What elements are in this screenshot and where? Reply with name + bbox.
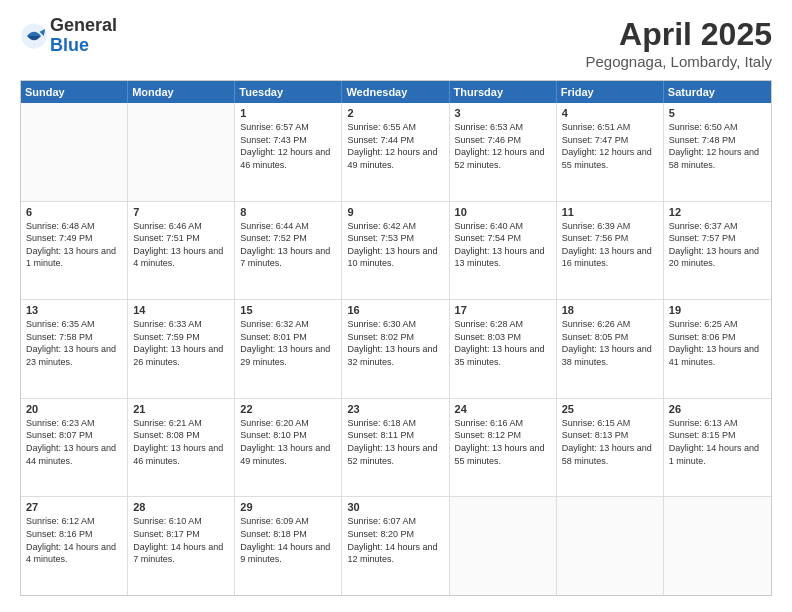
day-detail: Sunrise: 6:57 AM Sunset: 7:43 PM Dayligh… bbox=[240, 121, 336, 171]
day-detail: Sunrise: 6:23 AM Sunset: 8:07 PM Dayligh… bbox=[26, 417, 122, 467]
cal-cell-r5-c4: 30Sunrise: 6:07 AM Sunset: 8:20 PM Dayli… bbox=[342, 497, 449, 595]
header-wednesday: Wednesday bbox=[342, 81, 449, 103]
day-number: 14 bbox=[133, 304, 229, 316]
cal-row-5: 27Sunrise: 6:12 AM Sunset: 8:16 PM Dayli… bbox=[21, 496, 771, 595]
day-number: 30 bbox=[347, 501, 443, 513]
title-location: Pegognaga, Lombardy, Italy bbox=[585, 53, 772, 70]
logo-text: General Blue bbox=[50, 16, 117, 56]
day-number: 23 bbox=[347, 403, 443, 415]
day-number: 25 bbox=[562, 403, 658, 415]
cal-row-1: 1Sunrise: 6:57 AM Sunset: 7:43 PM Daylig… bbox=[21, 103, 771, 201]
cal-cell-r5-c7 bbox=[664, 497, 771, 595]
day-number: 27 bbox=[26, 501, 122, 513]
cal-cell-r3-c1: 13Sunrise: 6:35 AM Sunset: 7:58 PM Dayli… bbox=[21, 300, 128, 398]
header-thursday: Thursday bbox=[450, 81, 557, 103]
day-number: 8 bbox=[240, 206, 336, 218]
day-number: 7 bbox=[133, 206, 229, 218]
header: General Blue April 2025 Pegognaga, Lomba… bbox=[20, 16, 772, 70]
day-detail: Sunrise: 6:48 AM Sunset: 7:49 PM Dayligh… bbox=[26, 220, 122, 270]
cal-cell-r2-c3: 8Sunrise: 6:44 AM Sunset: 7:52 PM Daylig… bbox=[235, 202, 342, 300]
day-detail: Sunrise: 6:37 AM Sunset: 7:57 PM Dayligh… bbox=[669, 220, 766, 270]
day-number: 17 bbox=[455, 304, 551, 316]
calendar: Sunday Monday Tuesday Wednesday Thursday… bbox=[20, 80, 772, 596]
page: General Blue April 2025 Pegognaga, Lomba… bbox=[0, 0, 792, 612]
cal-row-4: 20Sunrise: 6:23 AM Sunset: 8:07 PM Dayli… bbox=[21, 398, 771, 497]
day-number: 1 bbox=[240, 107, 336, 119]
cal-row-3: 13Sunrise: 6:35 AM Sunset: 7:58 PM Dayli… bbox=[21, 299, 771, 398]
cal-row-2: 6Sunrise: 6:48 AM Sunset: 7:49 PM Daylig… bbox=[21, 201, 771, 300]
cal-cell-r5-c1: 27Sunrise: 6:12 AM Sunset: 8:16 PM Dayli… bbox=[21, 497, 128, 595]
cal-cell-r3-c3: 15Sunrise: 6:32 AM Sunset: 8:01 PM Dayli… bbox=[235, 300, 342, 398]
header-monday: Monday bbox=[128, 81, 235, 103]
day-number: 10 bbox=[455, 206, 551, 218]
day-detail: Sunrise: 6:07 AM Sunset: 8:20 PM Dayligh… bbox=[347, 515, 443, 565]
cal-cell-r2-c2: 7Sunrise: 6:46 AM Sunset: 7:51 PM Daylig… bbox=[128, 202, 235, 300]
day-detail: Sunrise: 6:10 AM Sunset: 8:17 PM Dayligh… bbox=[133, 515, 229, 565]
day-number: 4 bbox=[562, 107, 658, 119]
day-number: 6 bbox=[26, 206, 122, 218]
day-number: 13 bbox=[26, 304, 122, 316]
header-saturday: Saturday bbox=[664, 81, 771, 103]
cal-cell-r3-c6: 18Sunrise: 6:26 AM Sunset: 8:05 PM Dayli… bbox=[557, 300, 664, 398]
cal-cell-r2-c5: 10Sunrise: 6:40 AM Sunset: 7:54 PM Dayli… bbox=[450, 202, 557, 300]
cal-cell-r5-c3: 29Sunrise: 6:09 AM Sunset: 8:18 PM Dayli… bbox=[235, 497, 342, 595]
day-number: 20 bbox=[26, 403, 122, 415]
day-number: 3 bbox=[455, 107, 551, 119]
day-number: 24 bbox=[455, 403, 551, 415]
logo-general: General bbox=[50, 15, 117, 35]
day-detail: Sunrise: 6:53 AM Sunset: 7:46 PM Dayligh… bbox=[455, 121, 551, 171]
day-detail: Sunrise: 6:21 AM Sunset: 8:08 PM Dayligh… bbox=[133, 417, 229, 467]
day-detail: Sunrise: 6:40 AM Sunset: 7:54 PM Dayligh… bbox=[455, 220, 551, 270]
day-number: 28 bbox=[133, 501, 229, 513]
logo: General Blue bbox=[20, 16, 117, 56]
header-sunday: Sunday bbox=[21, 81, 128, 103]
day-detail: Sunrise: 6:51 AM Sunset: 7:47 PM Dayligh… bbox=[562, 121, 658, 171]
day-number: 21 bbox=[133, 403, 229, 415]
cal-cell-r2-c7: 12Sunrise: 6:37 AM Sunset: 7:57 PM Dayli… bbox=[664, 202, 771, 300]
cal-cell-r1-c5: 3Sunrise: 6:53 AM Sunset: 7:46 PM Daylig… bbox=[450, 103, 557, 201]
day-detail: Sunrise: 6:20 AM Sunset: 8:10 PM Dayligh… bbox=[240, 417, 336, 467]
day-detail: Sunrise: 6:13 AM Sunset: 8:15 PM Dayligh… bbox=[669, 417, 766, 467]
day-number: 22 bbox=[240, 403, 336, 415]
day-number: 18 bbox=[562, 304, 658, 316]
day-detail: Sunrise: 6:30 AM Sunset: 8:02 PM Dayligh… bbox=[347, 318, 443, 368]
day-detail: Sunrise: 6:09 AM Sunset: 8:18 PM Dayligh… bbox=[240, 515, 336, 565]
day-detail: Sunrise: 6:16 AM Sunset: 8:12 PM Dayligh… bbox=[455, 417, 551, 467]
cal-cell-r3-c4: 16Sunrise: 6:30 AM Sunset: 8:02 PM Dayli… bbox=[342, 300, 449, 398]
cal-cell-r4-c2: 21Sunrise: 6:21 AM Sunset: 8:08 PM Dayli… bbox=[128, 399, 235, 497]
cal-cell-r4-c7: 26Sunrise: 6:13 AM Sunset: 8:15 PM Dayli… bbox=[664, 399, 771, 497]
cal-cell-r4-c3: 22Sunrise: 6:20 AM Sunset: 8:10 PM Dayli… bbox=[235, 399, 342, 497]
day-number: 15 bbox=[240, 304, 336, 316]
cal-cell-r3-c2: 14Sunrise: 6:33 AM Sunset: 7:59 PM Dayli… bbox=[128, 300, 235, 398]
day-number: 16 bbox=[347, 304, 443, 316]
day-detail: Sunrise: 6:18 AM Sunset: 8:11 PM Dayligh… bbox=[347, 417, 443, 467]
cal-cell-r1-c1 bbox=[21, 103, 128, 201]
day-detail: Sunrise: 6:55 AM Sunset: 7:44 PM Dayligh… bbox=[347, 121, 443, 171]
calendar-body: 1Sunrise: 6:57 AM Sunset: 7:43 PM Daylig… bbox=[21, 103, 771, 595]
day-number: 2 bbox=[347, 107, 443, 119]
day-number: 5 bbox=[669, 107, 766, 119]
calendar-header: Sunday Monday Tuesday Wednesday Thursday… bbox=[21, 81, 771, 103]
day-detail: Sunrise: 6:28 AM Sunset: 8:03 PM Dayligh… bbox=[455, 318, 551, 368]
day-detail: Sunrise: 6:46 AM Sunset: 7:51 PM Dayligh… bbox=[133, 220, 229, 270]
cal-cell-r1-c2 bbox=[128, 103, 235, 201]
cal-cell-r3-c5: 17Sunrise: 6:28 AM Sunset: 8:03 PM Dayli… bbox=[450, 300, 557, 398]
day-detail: Sunrise: 6:35 AM Sunset: 7:58 PM Dayligh… bbox=[26, 318, 122, 368]
cal-cell-r3-c7: 19Sunrise: 6:25 AM Sunset: 8:06 PM Dayli… bbox=[664, 300, 771, 398]
day-detail: Sunrise: 6:50 AM Sunset: 7:48 PM Dayligh… bbox=[669, 121, 766, 171]
logo-blue: Blue bbox=[50, 35, 89, 55]
day-number: 19 bbox=[669, 304, 766, 316]
cal-cell-r5-c6 bbox=[557, 497, 664, 595]
day-detail: Sunrise: 6:12 AM Sunset: 8:16 PM Dayligh… bbox=[26, 515, 122, 565]
cal-cell-r4-c5: 24Sunrise: 6:16 AM Sunset: 8:12 PM Dayli… bbox=[450, 399, 557, 497]
day-detail: Sunrise: 6:26 AM Sunset: 8:05 PM Dayligh… bbox=[562, 318, 658, 368]
title-block: April 2025 Pegognaga, Lombardy, Italy bbox=[585, 16, 772, 70]
title-month: April 2025 bbox=[585, 16, 772, 53]
day-detail: Sunrise: 6:25 AM Sunset: 8:06 PM Dayligh… bbox=[669, 318, 766, 368]
cal-cell-r4-c6: 25Sunrise: 6:15 AM Sunset: 8:13 PM Dayli… bbox=[557, 399, 664, 497]
day-number: 11 bbox=[562, 206, 658, 218]
cal-cell-r1-c3: 1Sunrise: 6:57 AM Sunset: 7:43 PM Daylig… bbox=[235, 103, 342, 201]
cal-cell-r1-c4: 2Sunrise: 6:55 AM Sunset: 7:44 PM Daylig… bbox=[342, 103, 449, 201]
cal-cell-r4-c4: 23Sunrise: 6:18 AM Sunset: 8:11 PM Dayli… bbox=[342, 399, 449, 497]
header-tuesday: Tuesday bbox=[235, 81, 342, 103]
